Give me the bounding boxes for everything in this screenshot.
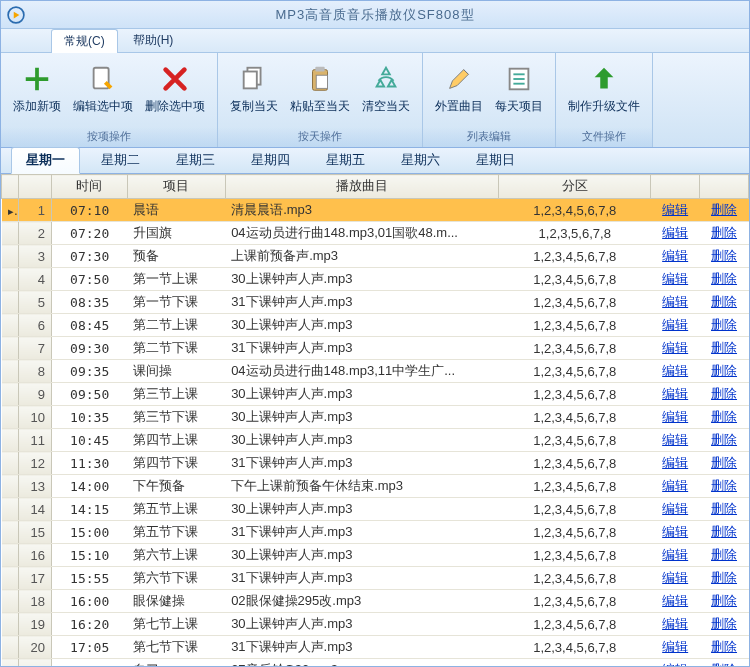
cell-zone: 1,2,3,4,5,6,7,8 — [499, 314, 651, 337]
add-item-button[interactable]: 添加新项 — [8, 59, 66, 120]
edit-selected-button[interactable]: 编辑选中项 — [68, 59, 138, 120]
table-row[interactable]: 1615:10第六节上课30上课钟声人声.mp31,2,3,4,5,6,7,8编… — [2, 544, 749, 567]
delete-link[interactable]: 删除 — [711, 570, 737, 585]
paste-day-button[interactable]: 粘贴至当天 — [285, 59, 355, 120]
table-row[interactable]: 1816:00眼保健操02眼保健操295改.mp31,2,3,4,5,6,7,8… — [2, 590, 749, 613]
table-row[interactable]: 608:45第二节上课30上课钟声人声.mp31,2,3,4,5,6,7,8编辑… — [2, 314, 749, 337]
col-time[interactable]: 时间 — [51, 175, 127, 199]
table-row[interactable]: 307:30预备上课前预备声.mp31,2,3,4,5,6,7,8编辑删除 — [2, 245, 749, 268]
day-tab-0[interactable]: 星期一 — [11, 147, 80, 174]
daily-items-button[interactable]: 每天项目 — [490, 59, 548, 120]
col-zone[interactable]: 分区 — [499, 175, 651, 199]
make-upgrade-button[interactable]: 制作升级文件 — [563, 59, 645, 120]
delete-link[interactable]: 删除 — [711, 524, 737, 539]
edit-link[interactable]: 编辑 — [662, 593, 688, 608]
table-row[interactable]: 1916:20第七节上课30上课钟声人声.mp31,2,3,4,5,6,7,8编… — [2, 613, 749, 636]
svg-rect-5 — [315, 67, 324, 72]
table-row[interactable]: 1314:00下午预备下午上课前预备午休结束.mp31,2,3,4,5,6,7,… — [2, 475, 749, 498]
menu-tab-1[interactable]: 帮助(H) — [120, 28, 187, 53]
delete-link[interactable]: 删除 — [711, 202, 737, 217]
delete-link[interactable]: 删除 — [711, 225, 737, 240]
day-tab-2[interactable]: 星期三 — [161, 147, 230, 174]
edit-link[interactable]: 编辑 — [662, 225, 688, 240]
table-row[interactable]: 1010:35第三节下课30上课钟声人声.mp31,2,3,4,5,6,7,8编… — [2, 406, 749, 429]
titlebar: MP3高音质音乐播放仪SF808型 — [1, 1, 749, 29]
day-tab-5[interactable]: 星期六 — [386, 147, 455, 174]
clear-day-button[interactable]: 清空当天 — [357, 59, 415, 120]
table-row[interactable]: 1414:15第五节上课30上课钟声人声.mp31,2,3,4,5,6,7,8编… — [2, 498, 749, 521]
table-row[interactable]: 207:20升国旗04运动员进行曲148.mp3,01国歌48.m...1,2,… — [2, 222, 749, 245]
cell-zone: 1,2,3,4,5,6,7,8 — [499, 291, 651, 314]
ribbon: 添加新项编辑选中项删除选中项按项操作复制当天粘贴至当天清空当天按天操作外置曲目每… — [1, 53, 749, 148]
delete-selected-button[interactable]: 删除选中项 — [140, 59, 210, 120]
delete-link[interactable]: 删除 — [711, 662, 737, 666]
cell-track: 30上课钟声人声.mp3 — [225, 268, 499, 291]
day-tab-4[interactable]: 星期五 — [311, 147, 380, 174]
table-row[interactable]: 107:10晨语清晨晨语.mp31,2,3,4,5,6,7,8编辑删除 — [2, 199, 749, 222]
delete-link[interactable]: 删除 — [711, 455, 737, 470]
cell-zone: 1,2,3,4,5,6,7,8 — [499, 452, 651, 475]
delete-link[interactable]: 删除 — [711, 432, 737, 447]
table-row[interactable]: 1110:45第四节上课30上课钟声人声.mp31,2,3,4,5,6,7,8编… — [2, 429, 749, 452]
table-row[interactable]: 508:35第一节下课31下课钟声人声.mp31,2,3,4,5,6,7,8编辑… — [2, 291, 749, 314]
edit-link[interactable]: 编辑 — [662, 616, 688, 631]
day-tab-1[interactable]: 星期二 — [86, 147, 155, 174]
copy-day-button[interactable]: 复制当天 — [225, 59, 283, 120]
table-row[interactable]: 909:50第三节上课30上课钟声人声.mp31,2,3,4,5,6,7,8编辑… — [2, 383, 749, 406]
edit-link[interactable]: 编辑 — [662, 409, 688, 424]
edit-link[interactable]: 编辑 — [662, 363, 688, 378]
edit-link[interactable]: 编辑 — [662, 639, 688, 654]
table-row[interactable]: 1515:00第五节下课31下课钟声人声.mp31,2,3,4,5,6,7,8编… — [2, 521, 749, 544]
delete-link[interactable]: 删除 — [711, 501, 737, 516]
table-row[interactable]: 2017:05第七节下课31下课钟声人声.mp31,2,3,4,5,6,7,8编… — [2, 636, 749, 659]
edit-link[interactable]: 编辑 — [662, 662, 688, 666]
edit-link[interactable]: 编辑 — [662, 317, 688, 332]
table-row[interactable]: 2117:15自习27音乐铃G30.mp31,2,3,4,5,6,7,8编辑删除 — [2, 659, 749, 667]
edit-link[interactable]: 编辑 — [662, 455, 688, 470]
cell-zone: 1,2,3,4,5,6,7,8 — [499, 360, 651, 383]
delete-link[interactable]: 删除 — [711, 386, 737, 401]
col-project[interactable]: 项目 — [127, 175, 225, 199]
edit-link[interactable]: 编辑 — [662, 386, 688, 401]
edit-link[interactable]: 编辑 — [662, 432, 688, 447]
cell-track: 27音乐铃G30.mp3 — [225, 659, 499, 667]
delete-link[interactable]: 删除 — [711, 593, 737, 608]
cell-zone: 1,2,3,4,5,6,7,8 — [499, 429, 651, 452]
delete-link[interactable]: 删除 — [711, 317, 737, 332]
delete-link[interactable]: 删除 — [711, 616, 737, 631]
delete-link[interactable]: 删除 — [711, 409, 737, 424]
cell-project: 第四节下课 — [127, 452, 225, 475]
menu-tab-0[interactable]: 常规(C) — [51, 29, 118, 53]
edit-link[interactable]: 编辑 — [662, 478, 688, 493]
schedule-grid[interactable]: 时间 项目 播放曲目 分区 107:10晨语清晨晨语.mp31,2,3,4,5,… — [1, 174, 749, 666]
table-row[interactable]: 809:35课间操04运动员进行曲148.mp3,11中学生广...1,2,3,… — [2, 360, 749, 383]
delete-link[interactable]: 删除 — [711, 547, 737, 562]
delete-link[interactable]: 删除 — [711, 271, 737, 286]
table-row[interactable]: 709:30第二节下课31下课钟声人声.mp31,2,3,4,5,6,7,8编辑… — [2, 337, 749, 360]
table-row[interactable]: 407:50第一节上课30上课钟声人声.mp31,2,3,4,5,6,7,8编辑… — [2, 268, 749, 291]
ribbon-group-label: 按天操作 — [218, 127, 422, 147]
delete-link[interactable]: 删除 — [711, 639, 737, 654]
edit-link[interactable]: 编辑 — [662, 524, 688, 539]
edit-link[interactable]: 编辑 — [662, 294, 688, 309]
delete-link[interactable]: 删除 — [711, 248, 737, 263]
edit-link[interactable]: 编辑 — [662, 202, 688, 217]
table-row[interactable]: 1715:55第六节下课31下课钟声人声.mp31,2,3,4,5,6,7,8编… — [2, 567, 749, 590]
edit-link[interactable]: 编辑 — [662, 248, 688, 263]
day-tab-6[interactable]: 星期日 — [461, 147, 530, 174]
cell-project: 第三节下课 — [127, 406, 225, 429]
table-row[interactable]: 1211:30第四节下课31下课钟声人声.mp31,2,3,4,5,6,7,8编… — [2, 452, 749, 475]
external-tracks-button[interactable]: 外置曲目 — [430, 59, 488, 120]
delete-link[interactable]: 删除 — [711, 478, 737, 493]
cell-time: 16:20 — [51, 613, 127, 636]
edit-link[interactable]: 编辑 — [662, 340, 688, 355]
delete-link[interactable]: 删除 — [711, 340, 737, 355]
edit-link[interactable]: 编辑 — [662, 271, 688, 286]
day-tab-3[interactable]: 星期四 — [236, 147, 305, 174]
edit-link[interactable]: 编辑 — [662, 501, 688, 516]
delete-link[interactable]: 删除 — [711, 363, 737, 378]
edit-link[interactable]: 编辑 — [662, 570, 688, 585]
delete-link[interactable]: 删除 — [711, 294, 737, 309]
col-track[interactable]: 播放曲目 — [225, 175, 499, 199]
edit-link[interactable]: 编辑 — [662, 547, 688, 562]
